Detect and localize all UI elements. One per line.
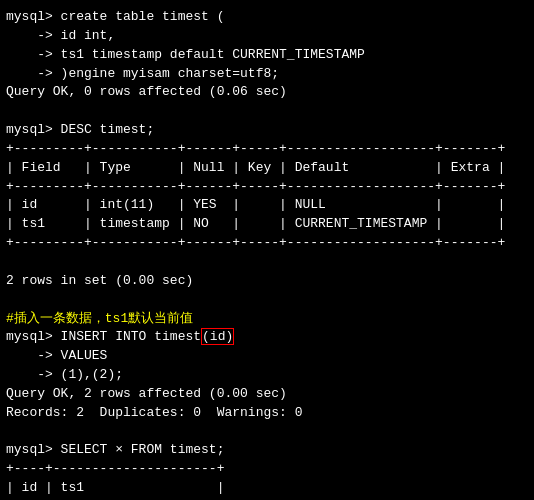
line-qok2: Query OK, 2 rows affected (0.00 sec): [6, 385, 528, 404]
line-11: | id | int(11) | YES | | NULL | |: [6, 196, 528, 215]
line-13: +---------+-----------+------+-----+----…: [6, 234, 528, 253]
line-6: [6, 102, 528, 121]
line-5: Query OK, 0 rows affected (0.06 sec): [6, 83, 528, 102]
line-10: +---------+-----------+------+-----+----…: [6, 178, 528, 197]
line-9: | Field | Type | Null | Key | Default | …: [6, 159, 528, 178]
line-4: -> )engine myisam charset=utf8;: [6, 65, 528, 84]
line-12: | ts1 | timestamp | NO | | CURRENT_TIMES…: [6, 215, 528, 234]
line-blank2: [6, 423, 528, 442]
line-14: [6, 253, 528, 272]
line-8: +---------+-----------+------+-----+----…: [6, 140, 528, 159]
line-tb1: +----+---------------------+: [6, 460, 528, 479]
line-3: -> ts1 timestamp default CURRENT_TIMESTA…: [6, 46, 528, 65]
line-select: mysql> SELECT × FROM timest;: [6, 441, 528, 460]
line-7: mysql> DESC timest;: [6, 121, 528, 140]
line-comment: #插入一条数据，ts1默认当前值: [6, 310, 528, 329]
line-2: -> id int,: [6, 27, 528, 46]
terminal: mysql> create table timest ( -> id int, …: [0, 0, 534, 500]
line-vals: -> (1),(2);: [6, 366, 528, 385]
line-15: 2 rows in set (0.00 sec): [6, 272, 528, 291]
line-insert: mysql> INSERT INTO timest(id): [6, 328, 528, 347]
line-1: mysql> create table timest (: [6, 8, 528, 27]
line-th1: | id | ts1 |: [6, 479, 528, 498]
line-values: -> VALUES: [6, 347, 528, 366]
line-records: Records: 2 Duplicates: 0 Warnings: 0: [6, 404, 528, 423]
line-16: [6, 291, 528, 310]
